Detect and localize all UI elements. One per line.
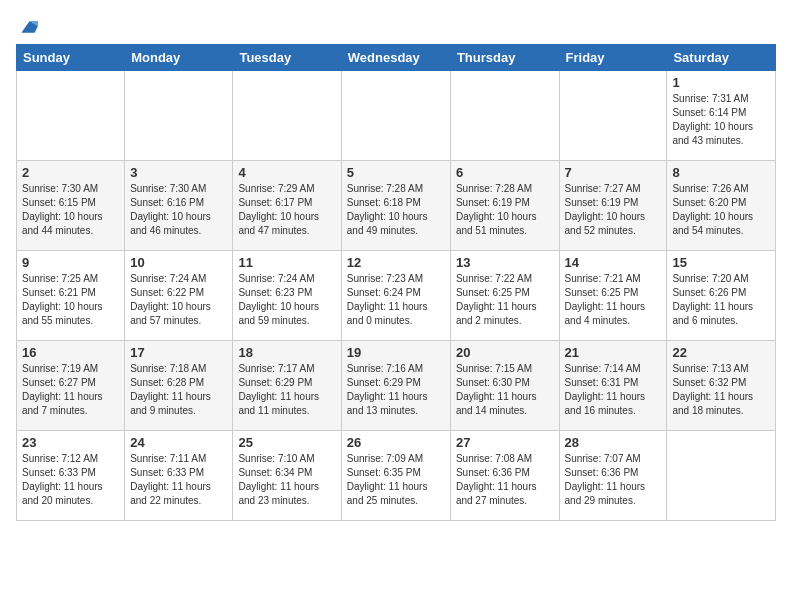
calendar-cell: 27Sunrise: 7:08 AM Sunset: 6:36 PM Dayli… (450, 431, 559, 521)
day-number: 13 (456, 255, 554, 270)
calendar-cell: 11Sunrise: 7:24 AM Sunset: 6:23 PM Dayli… (233, 251, 341, 341)
calendar-cell: 16Sunrise: 7:19 AM Sunset: 6:27 PM Dayli… (17, 341, 125, 431)
cell-text: Sunrise: 7:16 AM Sunset: 6:29 PM Dayligh… (347, 362, 445, 418)
calendar-week-row: 9Sunrise: 7:25 AM Sunset: 6:21 PM Daylig… (17, 251, 776, 341)
cell-text: Sunrise: 7:21 AM Sunset: 6:25 PM Dayligh… (565, 272, 662, 328)
cell-text: Sunrise: 7:25 AM Sunset: 6:21 PM Dayligh… (22, 272, 119, 328)
day-number: 9 (22, 255, 119, 270)
day-number: 28 (565, 435, 662, 450)
calendar-cell: 26Sunrise: 7:09 AM Sunset: 6:35 PM Dayli… (341, 431, 450, 521)
day-number: 8 (672, 165, 770, 180)
cell-text: Sunrise: 7:20 AM Sunset: 6:26 PM Dayligh… (672, 272, 770, 328)
cell-text: Sunrise: 7:30 AM Sunset: 6:16 PM Dayligh… (130, 182, 227, 238)
calendar-cell: 23Sunrise: 7:12 AM Sunset: 6:33 PM Dayli… (17, 431, 125, 521)
cell-text: Sunrise: 7:24 AM Sunset: 6:23 PM Dayligh… (238, 272, 335, 328)
day-number: 20 (456, 345, 554, 360)
day-number: 19 (347, 345, 445, 360)
calendar-week-row: 1Sunrise: 7:31 AM Sunset: 6:14 PM Daylig… (17, 71, 776, 161)
calendar-cell: 19Sunrise: 7:16 AM Sunset: 6:29 PM Dayli… (341, 341, 450, 431)
calendar-cell (233, 71, 341, 161)
calendar-week-row: 2Sunrise: 7:30 AM Sunset: 6:15 PM Daylig… (17, 161, 776, 251)
day-number: 23 (22, 435, 119, 450)
day-number: 14 (565, 255, 662, 270)
calendar-weekday-tuesday: Tuesday (233, 45, 341, 71)
calendar-cell: 18Sunrise: 7:17 AM Sunset: 6:29 PM Dayli… (233, 341, 341, 431)
cell-text: Sunrise: 7:27 AM Sunset: 6:19 PM Dayligh… (565, 182, 662, 238)
calendar-weekday-saturday: Saturday (667, 45, 776, 71)
calendar-weekday-thursday: Thursday (450, 45, 559, 71)
cell-text: Sunrise: 7:10 AM Sunset: 6:34 PM Dayligh… (238, 452, 335, 508)
logo-icon (18, 16, 38, 36)
cell-text: Sunrise: 7:11 AM Sunset: 6:33 PM Dayligh… (130, 452, 227, 508)
day-number: 16 (22, 345, 119, 360)
calendar-cell: 3Sunrise: 7:30 AM Sunset: 6:16 PM Daylig… (125, 161, 233, 251)
cell-text: Sunrise: 7:12 AM Sunset: 6:33 PM Dayligh… (22, 452, 119, 508)
calendar-cell: 6Sunrise: 7:28 AM Sunset: 6:19 PM Daylig… (450, 161, 559, 251)
cell-text: Sunrise: 7:18 AM Sunset: 6:28 PM Dayligh… (130, 362, 227, 418)
calendar-weekday-wednesday: Wednesday (341, 45, 450, 71)
calendar-cell (559, 71, 667, 161)
day-number: 12 (347, 255, 445, 270)
calendar-cell: 28Sunrise: 7:07 AM Sunset: 6:36 PM Dayli… (559, 431, 667, 521)
calendar-cell (17, 71, 125, 161)
calendar-cell: 17Sunrise: 7:18 AM Sunset: 6:28 PM Dayli… (125, 341, 233, 431)
cell-text: Sunrise: 7:07 AM Sunset: 6:36 PM Dayligh… (565, 452, 662, 508)
calendar-cell: 1Sunrise: 7:31 AM Sunset: 6:14 PM Daylig… (667, 71, 776, 161)
calendar-header-row: SundayMondayTuesdayWednesdayThursdayFrid… (17, 45, 776, 71)
day-number: 11 (238, 255, 335, 270)
calendar-cell: 14Sunrise: 7:21 AM Sunset: 6:25 PM Dayli… (559, 251, 667, 341)
day-number: 26 (347, 435, 445, 450)
cell-text: Sunrise: 7:30 AM Sunset: 6:15 PM Dayligh… (22, 182, 119, 238)
calendar-cell (341, 71, 450, 161)
calendar-cell: 2Sunrise: 7:30 AM Sunset: 6:15 PM Daylig… (17, 161, 125, 251)
day-number: 4 (238, 165, 335, 180)
day-number: 5 (347, 165, 445, 180)
calendar-body: 1Sunrise: 7:31 AM Sunset: 6:14 PM Daylig… (17, 71, 776, 521)
cell-text: Sunrise: 7:31 AM Sunset: 6:14 PM Dayligh… (672, 92, 770, 148)
cell-text: Sunrise: 7:14 AM Sunset: 6:31 PM Dayligh… (565, 362, 662, 418)
day-number: 24 (130, 435, 227, 450)
calendar-cell: 21Sunrise: 7:14 AM Sunset: 6:31 PM Dayli… (559, 341, 667, 431)
calendar-cell: 4Sunrise: 7:29 AM Sunset: 6:17 PM Daylig… (233, 161, 341, 251)
cell-text: Sunrise: 7:23 AM Sunset: 6:24 PM Dayligh… (347, 272, 445, 328)
calendar-weekday-sunday: Sunday (17, 45, 125, 71)
calendar-cell: 5Sunrise: 7:28 AM Sunset: 6:18 PM Daylig… (341, 161, 450, 251)
cell-text: Sunrise: 7:19 AM Sunset: 6:27 PM Dayligh… (22, 362, 119, 418)
calendar-cell: 24Sunrise: 7:11 AM Sunset: 6:33 PM Dayli… (125, 431, 233, 521)
calendar-cell (125, 71, 233, 161)
calendar-cell (667, 431, 776, 521)
calendar-cell: 9Sunrise: 7:25 AM Sunset: 6:21 PM Daylig… (17, 251, 125, 341)
logo (16, 16, 38, 36)
day-number: 17 (130, 345, 227, 360)
day-number: 1 (672, 75, 770, 90)
day-number: 22 (672, 345, 770, 360)
day-number: 25 (238, 435, 335, 450)
cell-text: Sunrise: 7:24 AM Sunset: 6:22 PM Dayligh… (130, 272, 227, 328)
calendar-weekday-monday: Monday (125, 45, 233, 71)
calendar-cell (450, 71, 559, 161)
cell-text: Sunrise: 7:28 AM Sunset: 6:18 PM Dayligh… (347, 182, 445, 238)
day-number: 18 (238, 345, 335, 360)
cell-text: Sunrise: 7:17 AM Sunset: 6:29 PM Dayligh… (238, 362, 335, 418)
day-number: 15 (672, 255, 770, 270)
calendar-cell: 20Sunrise: 7:15 AM Sunset: 6:30 PM Dayli… (450, 341, 559, 431)
day-number: 7 (565, 165, 662, 180)
cell-text: Sunrise: 7:09 AM Sunset: 6:35 PM Dayligh… (347, 452, 445, 508)
calendar-cell: 12Sunrise: 7:23 AM Sunset: 6:24 PM Dayli… (341, 251, 450, 341)
calendar-cell: 7Sunrise: 7:27 AM Sunset: 6:19 PM Daylig… (559, 161, 667, 251)
cell-text: Sunrise: 7:08 AM Sunset: 6:36 PM Dayligh… (456, 452, 554, 508)
calendar-table: SundayMondayTuesdayWednesdayThursdayFrid… (16, 44, 776, 521)
cell-text: Sunrise: 7:28 AM Sunset: 6:19 PM Dayligh… (456, 182, 554, 238)
calendar-cell: 15Sunrise: 7:20 AM Sunset: 6:26 PM Dayli… (667, 251, 776, 341)
cell-text: Sunrise: 7:15 AM Sunset: 6:30 PM Dayligh… (456, 362, 554, 418)
day-number: 21 (565, 345, 662, 360)
page-header (16, 16, 776, 36)
cell-text: Sunrise: 7:29 AM Sunset: 6:17 PM Dayligh… (238, 182, 335, 238)
calendar-weekday-friday: Friday (559, 45, 667, 71)
day-number: 10 (130, 255, 227, 270)
day-number: 3 (130, 165, 227, 180)
calendar-cell: 25Sunrise: 7:10 AM Sunset: 6:34 PM Dayli… (233, 431, 341, 521)
calendar-cell: 10Sunrise: 7:24 AM Sunset: 6:22 PM Dayli… (125, 251, 233, 341)
calendar-week-row: 23Sunrise: 7:12 AM Sunset: 6:33 PM Dayli… (17, 431, 776, 521)
cell-text: Sunrise: 7:22 AM Sunset: 6:25 PM Dayligh… (456, 272, 554, 328)
